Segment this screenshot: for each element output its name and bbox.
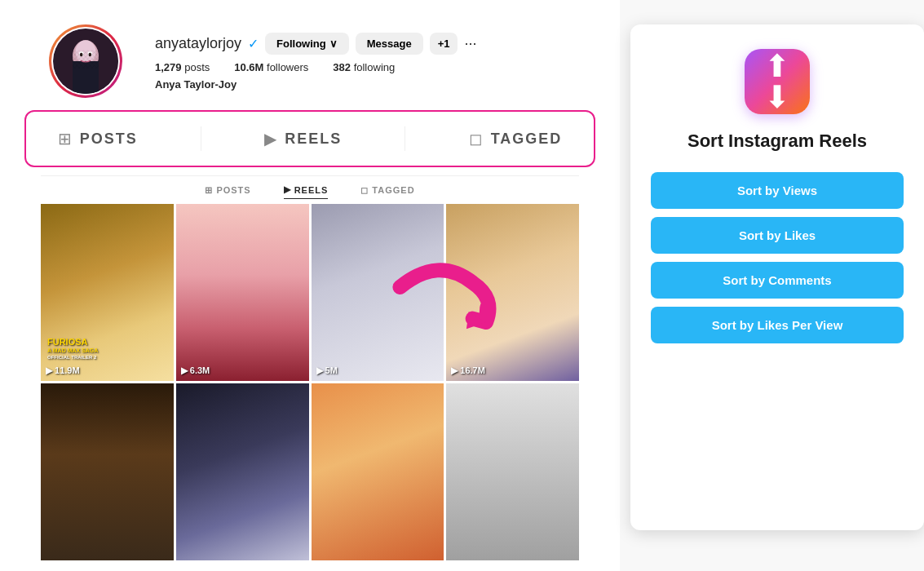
- sub-tab-tagged[interactable]: ◻ TAGGED: [360, 184, 414, 199]
- reel-views-1: ▶ 11.9M: [46, 365, 80, 376]
- message-button[interactable]: Message: [356, 33, 423, 55]
- stats-row: 1,279 posts 10.6M followers 382 followin…: [155, 61, 571, 73]
- avatar: [49, 24, 122, 98]
- sort-by-likes-button[interactable]: Sort by Likes: [651, 217, 904, 254]
- reels-icon: ▶: [264, 129, 276, 148]
- reel-item-2[interactable]: ▶ 6.3M: [176, 204, 309, 381]
- panel-title: Sort Instagram Reels: [687, 131, 867, 152]
- app-icon: ⬆⬇: [745, 49, 810, 114]
- sub-tab-tagged-label: TAGGED: [372, 185, 414, 195]
- svg-rect-8: [73, 51, 99, 69]
- reel-item-1[interactable]: FURIOSA A MAD MAX SAGA OFFICIAL TRAILER …: [41, 204, 174, 381]
- reel-views-2: ▶ 6.3M: [181, 365, 210, 376]
- reel-item-5[interactable]: [41, 383, 174, 560]
- reel-item-6[interactable]: [176, 383, 309, 560]
- sort-icon: ⬆⬇: [764, 51, 790, 113]
- sub-tabs: ⊞ POSTS ▶ REELS ◻ TAGGED: [41, 175, 579, 204]
- verified-badge: ✓: [248, 36, 259, 51]
- posts-stat: 1,279 posts: [155, 61, 210, 73]
- followers-stat: 10.6M followers: [234, 61, 308, 73]
- tab-reels[interactable]: ▶ REELS: [264, 129, 342, 148]
- reel-views-3: ▶ 5M: [316, 365, 338, 376]
- sub-tab-reels-label: REELS: [294, 185, 329, 195]
- username-row: anyataylorjoy ✓ Following ∨ Message +1 ·…: [155, 33, 571, 55]
- profile-header: anyataylorjoy ✓ Following ∨ Message +1 ·…: [0, 0, 620, 110]
- posts-tab-label: POSTS: [80, 131, 138, 148]
- tab-posts[interactable]: ⊞ POSTS: [58, 129, 138, 148]
- sub-tab-posts-label: POSTS: [216, 185, 250, 195]
- profile-photo: [53, 29, 118, 94]
- tag-icon: ◻: [469, 129, 483, 148]
- sort-by-comments-button[interactable]: Sort by Comments: [651, 262, 904, 299]
- sub-tab-reels[interactable]: ▶ REELS: [284, 184, 329, 199]
- reel-item-7[interactable]: [312, 383, 444, 560]
- add-person-button[interactable]: +1: [430, 33, 458, 55]
- tab-divider-2: [405, 126, 405, 151]
- reel-item-8[interactable]: [446, 383, 579, 560]
- more-options-button[interactable]: ···: [464, 35, 476, 52]
- sort-by-likes-per-view-button[interactable]: Sort by Likes Per View: [651, 307, 904, 343]
- grid-icon: ⊞: [58, 129, 72, 148]
- furiosa-overlay: FURIOSA A MAD MAX SAGA OFFICIAL TRAILER …: [47, 337, 98, 361]
- tab-divider-1: [201, 126, 201, 151]
- follow-button[interactable]: Following ∨: [265, 33, 349, 55]
- tab-tagged[interactable]: ◻ TAGGED: [469, 129, 563, 148]
- sub-tab-posts[interactable]: ⊞ POSTS: [205, 184, 250, 199]
- instagram-panel: anyataylorjoy ✓ Following ∨ Message +1 ·…: [0, 0, 620, 571]
- tabs-highlighted: ⊞ POSTS ▶ REELS ◻ TAGGED: [24, 110, 595, 167]
- tagged-tab-label: TAGGED: [491, 131, 563, 148]
- sort-by-views-button[interactable]: Sort by Views: [651, 172, 904, 209]
- following-stat: 382 following: [333, 61, 395, 73]
- reels-tab-label: REELS: [285, 131, 342, 148]
- username: anyataylorjoy: [155, 35, 241, 52]
- extension-panel: ⬆⬇ Sort Instagram Reels Sort by Views So…: [630, 24, 924, 530]
- display-name: Anya Taylor-Joy: [155, 78, 571, 91]
- profile-info: anyataylorjoy ✓ Following ∨ Message +1 ·…: [155, 33, 571, 91]
- reels-grid-row2: [41, 383, 579, 560]
